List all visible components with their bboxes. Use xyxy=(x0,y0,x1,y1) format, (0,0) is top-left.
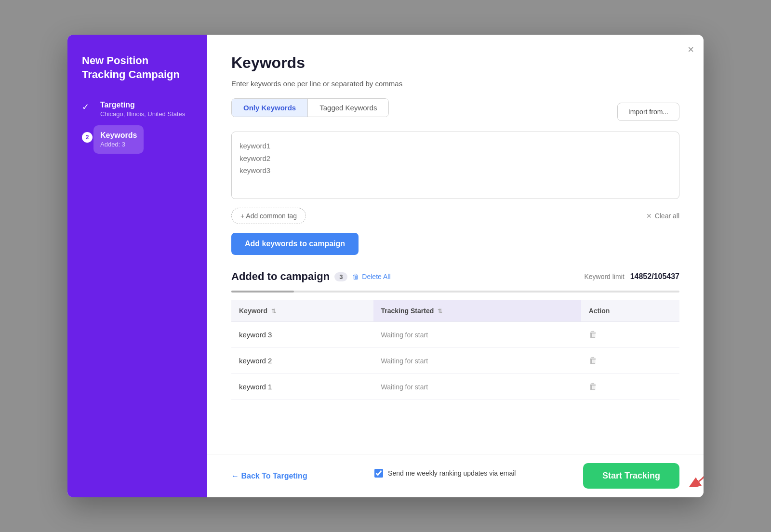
step-targeting-detail: Chicago, Illinois, United States xyxy=(100,110,185,118)
tag-row: + Add common tag ✕ Clear all xyxy=(231,208,679,224)
sidebar-step-keywords: 2 Keywords Added: 3 xyxy=(82,131,193,148)
clear-all-button[interactable]: ✕ Clear all xyxy=(646,212,679,220)
col-keyword: Keyword ⇅ xyxy=(231,300,373,322)
add-tag-label: + Add common tag xyxy=(240,212,297,220)
footer-center: Send me weekly ranking updates via email xyxy=(307,469,583,483)
keyword-cell: keyword 2 xyxy=(231,348,373,374)
email-checkbox-row: Send me weekly ranking updates via email xyxy=(374,469,516,478)
step-keywords-detail: Added: 3 xyxy=(100,141,137,148)
page-title: Keywords xyxy=(231,54,679,72)
tracking-status-cell: Waiting for start xyxy=(373,322,581,348)
delete-all-button[interactable]: 🗑 Delete All xyxy=(352,273,390,280)
keyword-tabs: Only Keywords Tagged Keywords xyxy=(231,98,389,117)
delete-all-label: Delete All xyxy=(362,273,390,280)
subtitle: Enter keywords one per line or separated… xyxy=(231,80,679,88)
start-tracking-button[interactable]: Start Tracking xyxy=(583,463,679,489)
keyword-sort-icon[interactable]: ⇅ xyxy=(271,308,276,315)
limit-bar-fill xyxy=(231,291,294,293)
clear-all-label: Clear all xyxy=(655,212,679,220)
tracking-status-cell: Waiting for start xyxy=(373,348,581,374)
delete-row-button[interactable]: 🗑 xyxy=(589,330,598,340)
action-cell: 🗑 xyxy=(581,348,679,374)
delete-row-button[interactable]: 🗑 xyxy=(589,356,598,366)
limit-bar xyxy=(231,291,679,293)
sidebar-step-targeting: ✓ Targeting Chicago, Illinois, United St… xyxy=(82,101,193,118)
limit-value: 14852/105437 xyxy=(630,272,679,281)
add-keywords-button[interactable]: Add keywords to campaign xyxy=(231,233,359,255)
keywords-textarea[interactable] xyxy=(231,132,679,199)
sidebar: New Position Tracking Campaign ✓ Targeti… xyxy=(67,35,207,497)
step-targeting-label: Targeting xyxy=(100,101,185,109)
col-tracking-started: Tracking Started ⇅ xyxy=(373,300,581,322)
import-button[interactable]: Import from... xyxy=(617,103,679,121)
footer: ← Back To Targeting Send me weekly ranki… xyxy=(207,454,704,497)
delete-row-button[interactable]: 🗑 xyxy=(589,382,598,392)
email-checkbox-label: Send me weekly ranking updates via email xyxy=(388,469,516,477)
sidebar-title: New Position Tracking Campaign xyxy=(82,54,193,81)
tab-only-keywords[interactable]: Only Keywords xyxy=(232,99,308,117)
tabs-row: Only Keywords Tagged Keywords Import fro… xyxy=(231,98,679,125)
email-checkbox[interactable] xyxy=(374,469,383,478)
table-row: keyword 3 Waiting for start 🗑 xyxy=(231,322,679,348)
keywords-table: Keyword ⇅ Tracking Started ⇅ Action xyxy=(231,300,679,400)
keyword-cell: keyword 3 xyxy=(231,322,373,348)
table-row: keyword 1 Waiting for start 🗑 xyxy=(231,374,679,400)
tab-tagged-keywords[interactable]: Tagged Keywords xyxy=(308,99,388,117)
main-content: × Keywords Enter keywords one per line o… xyxy=(207,35,704,497)
keyword-cell: keyword 1 xyxy=(231,374,373,400)
count-badge: 3 xyxy=(334,272,347,281)
check-icon: ✓ xyxy=(82,102,93,113)
action-cell: 🗑 xyxy=(581,374,679,400)
limit-label: Keyword limit xyxy=(584,273,624,280)
back-button[interactable]: ← Back To Targeting xyxy=(231,472,307,480)
start-tracking-container: Start Tracking xyxy=(583,463,679,489)
added-header: Added to campaign 3 🗑 Delete All Keyword… xyxy=(231,270,679,283)
content-area: Keywords Enter keywords one per line or … xyxy=(207,35,704,454)
step-number-keywords: 2 xyxy=(82,132,93,143)
add-tag-button[interactable]: + Add common tag xyxy=(231,208,306,224)
tracking-sort-icon[interactable]: ⇅ xyxy=(438,308,442,315)
step-keywords-label: Keywords xyxy=(100,131,137,140)
tracking-status-cell: Waiting for start xyxy=(373,374,581,400)
clear-x-icon: ✕ xyxy=(646,212,652,220)
arrow-annotation xyxy=(677,458,704,487)
added-title: Added to campaign xyxy=(231,270,330,283)
action-cell: 🗑 xyxy=(581,322,679,348)
keyword-limit: Keyword limit 14852/105437 xyxy=(584,272,679,281)
close-button[interactable]: × xyxy=(688,44,694,55)
limit-used: 14852 xyxy=(630,272,652,280)
col-action: Action xyxy=(581,300,679,322)
modal: New Position Tracking Campaign ✓ Targeti… xyxy=(67,35,704,497)
modal-backdrop: New Position Tracking Campaign ✓ Targeti… xyxy=(0,0,771,532)
trash-icon: 🗑 xyxy=(352,273,359,280)
limit-total: 105437 xyxy=(654,272,679,280)
table-row: keyword 2 Waiting for start 🗑 xyxy=(231,348,679,374)
